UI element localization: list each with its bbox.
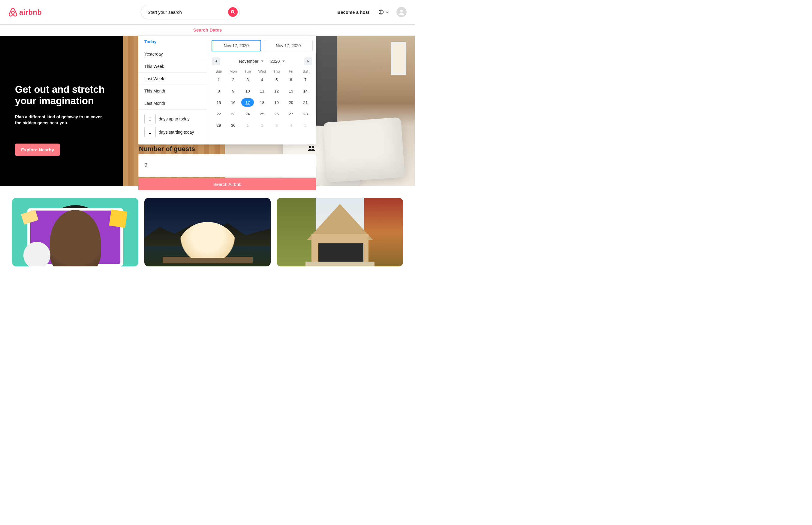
date-picker-panel: Today Yesterday This Week Last Week This… xyxy=(138,36,316,190)
brand-logo[interactable]: airbnb xyxy=(9,7,42,17)
svg-point-5 xyxy=(400,10,403,12)
calendar-year-label: 2020 xyxy=(270,59,280,64)
calendar-day: 2 xyxy=(255,121,269,130)
calendar-day[interactable]: 13 xyxy=(284,87,298,95)
calendar-day[interactable]: 16 xyxy=(226,98,240,107)
svg-marker-9 xyxy=(308,60,309,62)
dow-sun: Sun xyxy=(212,70,226,74)
dow-wed: Wed xyxy=(255,70,269,74)
search-pill[interactable]: Start your search xyxy=(141,5,240,19)
calendar-year-select[interactable]: 2020 xyxy=(270,59,285,64)
calendar-day: 4 xyxy=(284,121,298,130)
svg-point-11 xyxy=(312,146,314,148)
feature-card-experiences[interactable] xyxy=(12,198,138,266)
explore-nearby-button[interactable]: Explore Nearby xyxy=(15,144,60,156)
svg-marker-8 xyxy=(282,61,285,62)
preset-last-month[interactable]: Last Month xyxy=(138,97,208,110)
days-up-label: days up to today xyxy=(159,117,190,121)
globe-icon xyxy=(378,9,384,15)
calendar-day[interactable]: 5 xyxy=(269,75,284,84)
calendar-day[interactable]: 27 xyxy=(284,110,298,118)
feature-card-entire-homes[interactable] xyxy=(277,198,403,266)
preset-today[interactable]: Today xyxy=(138,36,208,48)
start-date-chip[interactable]: Nov 17, 2020 xyxy=(212,40,261,51)
calendar-grid: 1234567891011121314151617181920212223242… xyxy=(212,75,313,130)
preset-last-week[interactable]: Last Week xyxy=(138,73,208,85)
calendar-day[interactable]: 3 xyxy=(240,75,255,84)
airbnb-belo-icon xyxy=(9,7,17,17)
svg-marker-6 xyxy=(216,60,217,62)
calendar-day[interactable]: 18 xyxy=(255,98,269,107)
calendar-day[interactable]: 2 xyxy=(226,75,240,84)
calendar-day[interactable]: 29 xyxy=(212,121,226,130)
calendar-day[interactable]: 17 xyxy=(240,98,255,107)
chevron-down-icon xyxy=(385,10,389,14)
calendar-day[interactable]: 22 xyxy=(212,110,226,118)
preset-this-month[interactable]: This Month xyxy=(138,85,208,97)
calendar-day[interactable]: 23 xyxy=(226,110,240,118)
person-icon xyxy=(398,9,405,15)
dow-thu: Thu xyxy=(269,70,284,74)
calendar-prev-month[interactable] xyxy=(212,57,220,65)
calendar-day[interactable]: 14 xyxy=(298,87,313,95)
calendar: Nov 17, 2020 Nov 17, 2020 November 2020 xyxy=(208,36,316,145)
calendar-day[interactable]: 11 xyxy=(255,87,269,95)
calendar-day[interactable]: 8 xyxy=(212,87,226,95)
dow-mon: Mon xyxy=(226,70,240,74)
dow-fri: Fri xyxy=(284,70,298,74)
search-airbnb-button[interactable]: Search Airbnb xyxy=(138,178,316,190)
hero-copy: Get out and stretch your imagination Pla… xyxy=(0,36,123,186)
language-menu[interactable] xyxy=(377,7,391,17)
hero-subtitle: Plan a different kind of getaway to un c… xyxy=(15,114,105,126)
guests-title: Number of guests xyxy=(139,145,195,153)
calendar-day: 3 xyxy=(269,121,284,130)
chevron-down-icon xyxy=(261,60,264,63)
search-icon xyxy=(231,10,235,14)
calendar-day[interactable]: 19 xyxy=(269,98,284,107)
calendar-day[interactable]: 15 xyxy=(212,98,226,107)
calendar-day[interactable]: 21 xyxy=(298,98,313,107)
calendar-day[interactable]: 30 xyxy=(226,121,240,130)
preset-this-week[interactable]: This Week xyxy=(138,60,208,73)
svg-point-10 xyxy=(309,146,311,148)
svg-line-1 xyxy=(233,13,234,14)
header-right: Become a host xyxy=(335,6,407,18)
calendar-day[interactable]: 12 xyxy=(269,87,284,95)
calendar-next-month[interactable] xyxy=(304,57,312,65)
svg-point-0 xyxy=(231,11,233,13)
calendar-day: 1 xyxy=(240,121,255,130)
people-icon xyxy=(308,145,315,151)
search-pill-text: Start your search xyxy=(147,10,182,15)
chevron-down-icon xyxy=(282,60,285,63)
dow-sat: Sat xyxy=(298,70,313,74)
calendar-day[interactable]: 20 xyxy=(284,98,298,107)
calendar-day[interactable]: 7 xyxy=(298,75,313,84)
guests-header: Number of guests xyxy=(138,145,316,154)
become-host-link[interactable]: Become a host xyxy=(335,6,371,18)
preset-yesterday[interactable]: Yesterday xyxy=(138,48,208,60)
feature-card-unique-stays[interactable] xyxy=(144,198,271,266)
days-start-input[interactable] xyxy=(144,127,156,137)
search-dates-title: Search Dates xyxy=(193,27,222,32)
calendar-day[interactable]: 9 xyxy=(226,87,240,95)
account-avatar[interactable] xyxy=(396,7,407,17)
preset-list: Today Yesterday This Week Last Week This… xyxy=(138,36,208,145)
calendar-day[interactable]: 10 xyxy=(240,87,255,95)
calendar-day[interactable]: 24 xyxy=(240,110,255,118)
days-up-input[interactable] xyxy=(144,114,156,124)
guests-input[interactable] xyxy=(138,154,316,177)
end-date-chip[interactable]: Nov 17, 2020 xyxy=(264,40,313,51)
search-button[interactable] xyxy=(228,7,238,17)
calendar-dow-row: Sun Mon Tue Wed Thu Fri Sat xyxy=(212,70,313,74)
svg-marker-7 xyxy=(261,61,264,62)
calendar-day[interactable]: 26 xyxy=(269,110,284,118)
header: airbnb Start your search Become a host xyxy=(0,0,415,24)
guests-icon xyxy=(308,145,315,153)
calendar-day[interactable]: 6 xyxy=(284,75,298,84)
calendar-month-select[interactable]: November xyxy=(239,59,264,64)
calendar-day[interactable]: 4 xyxy=(255,75,269,84)
calendar-day[interactable]: 1 xyxy=(212,75,226,84)
calendar-day[interactable]: 25 xyxy=(255,110,269,118)
triangle-right-icon xyxy=(307,60,309,63)
calendar-day[interactable]: 28 xyxy=(298,110,313,118)
